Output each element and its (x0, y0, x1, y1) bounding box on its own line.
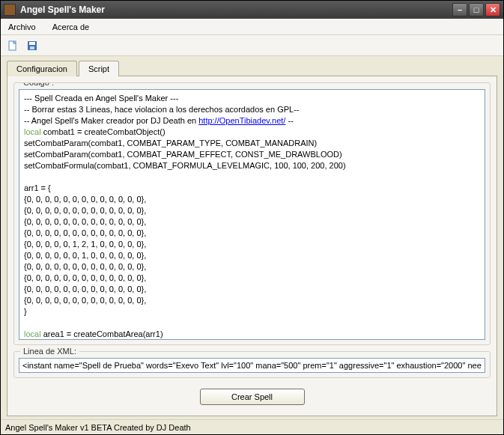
app-icon (4, 4, 16, 16)
menu-file[interactable]: Archivo (5, 21, 39, 33)
tab-config[interactable]: Configuracion (7, 61, 77, 76)
button-row: Crear Spell (13, 384, 491, 410)
maximize-button[interactable]: □ (469, 3, 484, 16)
save-icon (26, 40, 38, 52)
code-textarea[interactable]: --- Spell Creada en Angel Spell's Maker … (19, 89, 485, 340)
status-text: Angel Spell's Maker v1 BETA Created by D… (5, 423, 191, 432)
svg-rect-3 (30, 46, 34, 49)
close-button[interactable]: ✕ (485, 3, 500, 16)
save-button[interactable] (25, 38, 40, 53)
tab-content: Codigo : --- Spell Creada en Angel Spell… (7, 76, 497, 416)
xml-group-label: Linea de XML: (20, 347, 79, 356)
tab-strip: Configuracion Script (1, 58, 503, 76)
titlebar[interactable]: Angel Spell's Maker – □ ✕ (1, 1, 503, 19)
code-group: Codigo : --- Spell Creada en Angel Spell… (13, 82, 491, 345)
create-spell-button[interactable]: Crear Spell (200, 389, 305, 405)
new-file-icon (7, 40, 19, 52)
app-window: Angel Spell's Maker – □ ✕ Archivo Acerca… (0, 0, 504, 435)
menu-about[interactable]: Acerca de (49, 21, 93, 33)
menubar: Archivo Acerca de (1, 19, 503, 35)
svg-rect-2 (29, 42, 35, 45)
code-link[interactable]: http://OpenTibiadev.net/ (198, 116, 285, 125)
minimize-button[interactable]: – (452, 3, 467, 16)
code-group-label: Codigo : (20, 82, 57, 87)
xml-input[interactable] (19, 358, 485, 373)
statusbar: Angel Spell's Maker v1 BETA Created by D… (1, 419, 503, 434)
toolbar (1, 35, 503, 56)
tab-script[interactable]: Script (79, 61, 119, 76)
window-controls: – □ ✕ (452, 3, 500, 16)
xml-group: Linea de XML: (13, 351, 491, 378)
new-file-button[interactable] (5, 38, 20, 53)
window-title: Angel Spell's Maker (20, 4, 452, 15)
